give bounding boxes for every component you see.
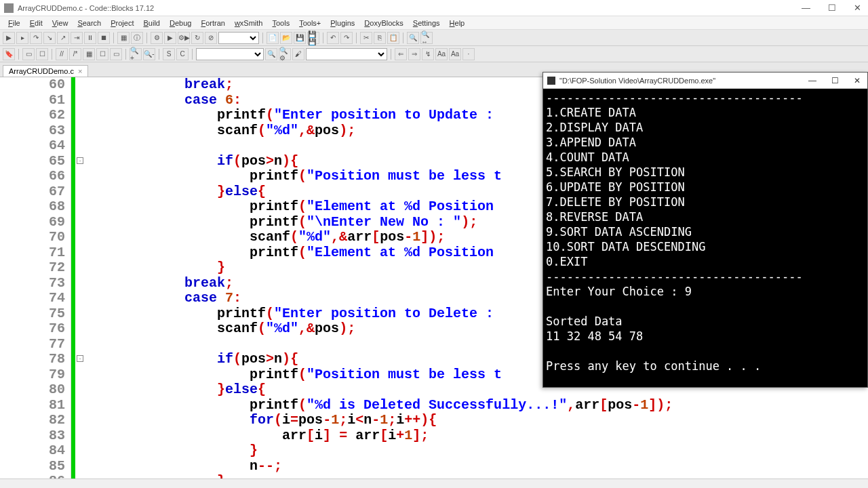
tab-close-button[interactable]: × <box>78 67 82 75</box>
line-number: 61 <box>0 93 71 108</box>
cut-button[interactable]: ✂ <box>360 32 372 44</box>
fold-toggle[interactable]: - <box>77 157 83 164</box>
scope-combo[interactable] <box>196 48 264 60</box>
last-jump-button[interactable]: ↯ <box>422 48 434 60</box>
line-number: 82 <box>0 413 71 428</box>
new-button[interactable]: 📄 <box>267 32 279 44</box>
run-button[interactable]: ▶ <box>3 32 15 44</box>
menu-edit[interactable]: Edit <box>26 18 47 28</box>
line-number: 84 <box>0 443 71 459</box>
uncomment-button[interactable]: ☐ <box>96 48 108 60</box>
abort-button[interactable]: ⊘ <box>205 32 217 44</box>
back-button[interactable]: ⇐ <box>395 48 407 60</box>
maximize-button[interactable]: ☐ <box>825 3 839 13</box>
line-number: 74 <box>0 291 71 306</box>
menu-debug[interactable]: Debug <box>165 18 195 28</box>
line-number: 70 <box>0 230 71 245</box>
horizontal-scrollbar[interactable] <box>0 479 868 488</box>
menu-help[interactable]: Help <box>446 18 469 28</box>
editor-tab[interactable]: ArrayCRUDDemo.c × <box>3 65 88 77</box>
console-minimize-button[interactable]: — <box>806 76 819 85</box>
line-number: 64 <box>0 138 71 154</box>
c-icon[interactable]: C <box>176 48 189 60</box>
console-title: "D:\FOP-Solution Video\ArrayCRUDDemo.exe… <box>559 77 806 85</box>
toolbar-separator <box>403 33 403 43</box>
selection-button[interactable]: ▭ <box>22 48 35 60</box>
fold-toggle[interactable]: - <box>77 355 83 362</box>
menu-settings[interactable]: Settings <box>409 18 444 28</box>
highlight-button[interactable]: Aa <box>435 48 448 60</box>
find-button[interactable]: 🔍 <box>407 32 419 44</box>
console-maximize-button[interactable]: ☐ <box>829 76 842 85</box>
menu-doxyblocks[interactable]: DoxyBlocks <box>360 18 407 28</box>
copy-button[interactable]: ⎘ <box>374 32 386 44</box>
line-number: 67 <box>0 184 71 200</box>
match-case-button[interactable]: Aa <box>449 48 461 60</box>
clear-button[interactable]: · <box>462 48 475 60</box>
line-number: 86 <box>0 474 71 479</box>
fold-gutter: - - <box>75 77 86 479</box>
menu-wxsmith[interactable]: wxSmith <box>231 18 267 28</box>
undo-button[interactable]: ↶ <box>327 32 339 44</box>
minimize-button[interactable]: — <box>799 3 813 13</box>
line-number: 78 <box>0 352 71 367</box>
run-to-cursor-button[interactable]: ▸ <box>16 32 28 44</box>
toolbar-2: 🔖 ▭ ☐ // /* ▦ ☐ ▭ 🔍+ 🔍- S C 🔍 🔍⚙ 🖌 ⇐ ⇒ ↯… <box>0 46 868 62</box>
open-button[interactable]: 📂 <box>280 32 292 44</box>
rebuild-button[interactable]: ↻ <box>191 32 203 44</box>
step-into-button[interactable]: ↘ <box>43 32 56 44</box>
zoom-in-button[interactable]: 🔍+ <box>130 48 142 60</box>
stream-comment-button[interactable]: ▭ <box>110 48 122 60</box>
brush-button[interactable]: 🖌 <box>292 48 304 60</box>
paste-button[interactable]: 📋 <box>387 32 399 44</box>
save-button[interactable]: 💾 <box>294 32 306 44</box>
menu-tools+[interactable]: Tools+ <box>295 18 325 28</box>
line-number: 73 <box>0 276 71 291</box>
break-button[interactable]: ⏸ <box>84 32 96 44</box>
search-button[interactable]: 🔍 <box>265 48 277 60</box>
block-comment-button[interactable]: /* <box>69 48 81 60</box>
toggle-comment-button[interactable]: // <box>56 48 68 60</box>
build-target-combo[interactable] <box>218 32 259 44</box>
menu-project[interactable]: Project <box>106 18 138 28</box>
function-combo[interactable] <box>306 48 387 60</box>
replace-button[interactable]: 🔍↔ <box>420 32 433 44</box>
line-number: 68 <box>0 199 71 215</box>
step-over-button[interactable]: ↷ <box>30 32 42 44</box>
menu-fortran[interactable]: Fortran <box>197 18 229 28</box>
box-comment-button[interactable]: ▦ <box>83 48 95 60</box>
menu-search[interactable]: Search <box>73 18 105 28</box>
toolbar-separator <box>159 49 159 60</box>
close-button[interactable]: ✕ <box>851 3 864 13</box>
zoom-out-button[interactable]: 🔍- <box>143 48 155 60</box>
menu-plugins[interactable]: Plugins <box>326 18 359 28</box>
toggle-bookmark-button[interactable]: 🔖 <box>3 48 15 60</box>
next-instruction-button[interactable]: ⇥ <box>71 32 83 44</box>
window-title: ArrayCRUDDemo.c - Code::Blocks 17.12 <box>18 4 799 12</box>
build-button[interactable]: ⚙ <box>151 32 163 44</box>
menu-view[interactable]: View <box>48 18 73 28</box>
menu-file[interactable]: File <box>4 18 24 28</box>
step-out-button[interactable]: ↗ <box>57 32 69 44</box>
line-number-gutter: 6061626364656667686970717273747576777879… <box>0 77 71 479</box>
debug-windows-button[interactable]: ▦ <box>117 32 130 44</box>
forward-button[interactable]: ⇒ <box>408 48 420 60</box>
main-titlebar: ArrayCRUDDemo.c - Code::Blocks 17.12 — ☐… <box>0 0 868 16</box>
run-app-button[interactable]: ▶ <box>164 32 176 44</box>
source-button[interactable]: S <box>163 48 175 60</box>
build-run-button[interactable]: ⚙▶ <box>178 32 190 44</box>
info-button[interactable]: ⓘ <box>131 32 143 44</box>
search-options-button[interactable]: 🔍⚙ <box>279 48 291 60</box>
app-icon <box>4 3 14 13</box>
redo-button[interactable]: ↷ <box>340 32 353 44</box>
tab-label: ArrayCRUDDemo.c <box>9 67 74 75</box>
console-close-button[interactable]: ✕ <box>851 76 863 85</box>
stop-button[interactable]: ⏹ <box>98 32 110 44</box>
block-button[interactable]: ☐ <box>36 48 48 60</box>
toolbar-separator <box>18 49 19 60</box>
save-all-button[interactable]: 💾💾 <box>307 32 319 44</box>
menubar: FileEditViewSearchProjectBuildDebugFortr… <box>0 16 868 30</box>
toolbar-separator <box>192 49 193 60</box>
menu-tools[interactable]: Tools <box>268 18 294 28</box>
menu-build[interactable]: Build <box>140 18 164 28</box>
